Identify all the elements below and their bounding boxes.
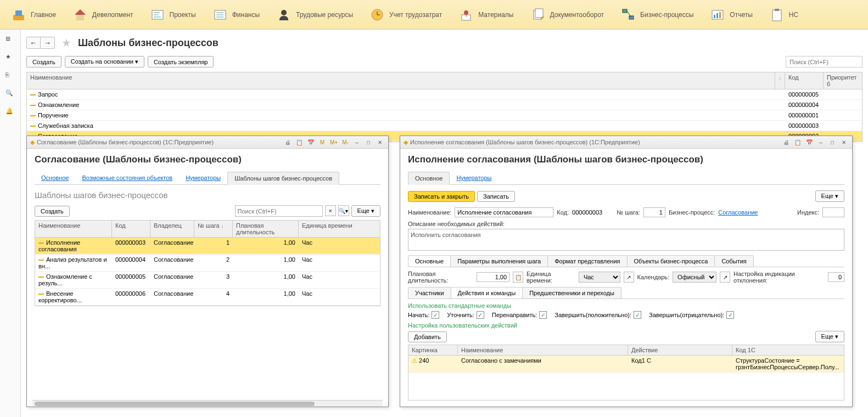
maximize-btn[interactable]: □ [827,138,837,146]
th-action[interactable]: Действие [628,345,732,355]
open-ref-icon[interactable]: ↗ [720,272,730,283]
table-row[interactable]: Ознакомление000000004 [27,100,862,110]
calc-icon[interactable]: 📋 [294,138,304,146]
clear-search-icon[interactable]: × [325,205,336,216]
create-based-button[interactable]: Создать на основании ▾ [65,56,144,67]
d1-more-button[interactable]: Еще ▾ [351,205,380,217]
toolbar-materials[interactable]: Материалы [458,7,513,22]
d1-th-code[interactable]: Код [112,221,150,237]
calendar-icon[interactable]: 📅 [804,138,814,146]
subtab-participants[interactable]: Участники [408,287,451,298]
table-row[interactable]: Запрос000000005 [27,89,862,100]
search-icon[interactable]: 🔍▾ [338,205,349,216]
toolbar-development[interactable]: Девелопмент [72,7,133,22]
subtab-events[interactable]: События [714,255,753,267]
subtab-main[interactable]: Основные [408,255,451,267]
minimize-btn[interactable]: – [816,138,826,146]
th-name[interactable]: Наименование [27,72,775,89]
subtab-params[interactable]: Параметры выполнения шага [450,255,548,267]
th-name2[interactable]: Наименование [458,345,628,355]
bell-icon[interactable]: 🔔 [5,108,15,117]
create-button[interactable]: Создать [26,56,61,67]
toolbar-reports[interactable]: Отчеты [710,7,752,22]
finish-pos-checkbox[interactable]: ✓ [634,311,641,319]
clarify-checkbox[interactable]: ✓ [477,311,484,319]
toolbar-finance[interactable]: Финансы [212,7,260,22]
forward-button[interactable]: → [41,37,55,49]
tab-main[interactable]: Основное [35,172,75,184]
redirect-checkbox[interactable]: ✓ [539,311,547,319]
d1-th-name[interactable]: Наименование [35,221,112,237]
save-close-button[interactable]: Записать и закрыть [408,191,475,202]
save-button[interactable]: Записать [477,191,515,202]
dialog2-titlebar[interactable]: ◆ Исполнение согласования (Шаблоны шагов… [400,136,852,149]
search-side-icon[interactable]: 🔍 [5,89,15,99]
close-btn[interactable]: ✕ [839,138,849,146]
d1-search[interactable] [235,205,323,217]
minimize-btn[interactable]: – [352,138,362,146]
subtab-format[interactable]: Формат представления [547,255,627,267]
close-btn[interactable]: ✕ [375,138,385,146]
toolbar-docflow[interactable]: Документооборот [530,7,604,22]
d2-more2-button[interactable]: Еще ▾ [815,331,844,342]
index-input[interactable] [822,207,844,217]
toolbar-bp[interactable]: Бизнес-процессы [620,7,693,22]
d1-th-unit[interactable]: Единица времени [299,221,380,237]
d2-more-button[interactable]: Еще ▾ [815,190,844,202]
action-row[interactable]: ⚠ 240 Согласовано с замечаниями Код1 С С… [408,356,844,373]
unit-select[interactable]: Час [579,272,620,283]
th-code[interactable]: Код [785,72,824,89]
print-icon[interactable]: 🖨 [283,138,293,146]
toolbar-ns[interactable]: НС [769,7,798,22]
tab-steps[interactable]: Шаблоны шагов бизнес-процессов [227,172,339,185]
m-minus-btn[interactable]: M- [340,138,350,146]
step-input[interactable] [643,207,665,217]
th-pic[interactable]: Картинка [408,345,458,355]
subtab-actions[interactable]: Действия и команды [451,287,523,298]
th-code1c[interactable]: Код 1С [732,345,844,355]
d1-th-owner[interactable]: Владелец [150,221,194,237]
calendar-select[interactable]: Офисный [673,272,716,283]
bp-link[interactable]: Согласование [718,209,758,216]
add-button[interactable]: Добавить [408,331,447,342]
tab-states[interactable]: Возможные состояния объектов [75,172,179,184]
duration-input[interactable] [477,272,509,282]
finish-neg-checkbox[interactable]: ✓ [726,311,734,319]
table-row[interactable]: Служебная записка000000003 [27,121,862,131]
tab-numerators[interactable]: Нумераторы [179,172,227,184]
start-checkbox[interactable]: ✓ [432,311,439,319]
calc-btn-icon[interactable]: 📋 [513,272,523,283]
back-button[interactable]: ← [26,37,41,49]
step-row[interactable]: Внесение корректирово...000000006Согласо… [35,289,380,306]
m-btn[interactable]: M [317,138,327,146]
open-ref-icon[interactable]: ↗ [624,272,634,283]
desc-input[interactable]: Исполнить согласования [408,229,844,251]
apps-icon[interactable]: ⊞ [5,35,15,45]
dialog1-titlebar[interactable]: ◆ Согласование (Шаблоны бизнес-процессов… [27,136,388,149]
subtab-objects[interactable]: Объекты бизнес-процесса [627,255,715,267]
toolbar-main[interactable]: Главное [11,7,56,22]
d1-th-duration[interactable]: Плановая длительность [233,221,299,237]
d1-create-button[interactable]: Создать [35,206,70,217]
calendar-icon[interactable]: 📅 [306,138,316,146]
maximize-btn[interactable]: □ [363,138,373,146]
th-sort[interactable]: ↓ [775,72,785,89]
calc-icon[interactable]: 📋 [793,138,803,146]
search-input[interactable] [786,56,863,67]
table-row[interactable]: Поручение000000001 [27,110,862,121]
name-input[interactable] [455,207,553,217]
tab-numerators2[interactable]: Нумераторы [450,172,498,184]
history-icon[interactable]: ⎘ [5,71,15,81]
step-row[interactable]: Исполнение согласования000000003Согласов… [35,238,380,255]
create-instance-button[interactable]: Создать экземпляр [148,56,214,67]
print-icon[interactable]: 🖨 [781,138,791,146]
step-row[interactable]: Ознакомление с резуль...000000005Согласо… [35,272,380,289]
d1-th-step[interactable]: № шага ↓ [194,221,233,237]
th-priority[interactable]: Приоритет б [824,72,862,89]
deviation-input[interactable] [828,272,844,282]
toolbar-timetrack[interactable]: Учет трудозатрат [369,7,442,22]
step-row[interactable]: Анализ результатов и вн...000000004Согла… [35,255,380,272]
m-plus-btn[interactable]: M+ [329,138,339,146]
hscrollbar[interactable] [32,400,383,407]
tab-main2[interactable]: Основное [408,172,450,185]
